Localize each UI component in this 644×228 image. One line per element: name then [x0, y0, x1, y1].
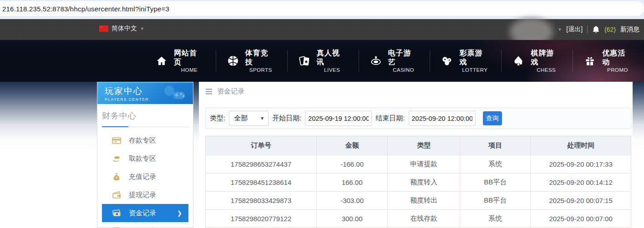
gamepad-icon [162, 84, 188, 103]
sidebar-menu: 存款专区 取款专区 ¥ 充值记录 提现记录 资金记录 ❯ [97, 131, 193, 228]
nav-item-promo[interactable]: 优惠活动PROMO [573, 50, 644, 72]
cell-project: BB平台 [460, 192, 531, 210]
playing-cards-icon: ♣ [299, 55, 310, 67]
logout-link[interactable]: [退出] [566, 25, 583, 34]
nav-label-en: LOTTERY [462, 67, 487, 73]
banknotes-icon [112, 208, 121, 218]
user-top-bar: 简体中文 ▼ ▼ [退出] (62) 新消息 [0, 19, 644, 40]
cell-type: 额度转入 [388, 173, 460, 192]
nav-label-en: CHESS [537, 67, 556, 73]
url-field[interactable]: ⓘ 216.118.235.52:8783/hhcp/usercenter.ht… [0, 1, 644, 16]
end-date-input[interactable] [409, 111, 476, 126]
sidebar-item-label: 存款专区 [129, 136, 156, 145]
start-date-label: 开始日期: [272, 114, 301, 123]
table-row: 1758298020779122 300.00 在线存款 系统 2025-09-… [206, 210, 631, 228]
start-date-input[interactable] [305, 111, 372, 126]
cell-amount: 300.00 [317, 210, 388, 228]
new-messages-link[interactable]: 新消息 [620, 25, 639, 34]
col-project: 项目 [460, 136, 531, 155]
nav-label-zh: 棋牌游戏 [531, 49, 562, 67]
nav-label-zh: 优惠活动 [602, 49, 633, 67]
search-button[interactable]: 查询 [483, 111, 502, 125]
nav-item-casino[interactable]: 电子游艺CASINO [359, 50, 431, 72]
cell-order-id: 1758298451238614 [206, 173, 317, 192]
lottery-balls-icon [441, 55, 453, 67]
filter-toolbar: 类型: 全部 ▼ 开始日期: 结束日期: 查询 [205, 108, 631, 129]
nav-label-zh: 真人视讯 [317, 49, 348, 67]
section-title: 财务中心 [102, 110, 193, 121]
cell-amount: 166.00 [317, 173, 388, 192]
cell-amount: -166.00 [317, 155, 388, 173]
col-type: 类型 [388, 136, 460, 155]
screen: ⓘ 216.118.235.52:8783/hhcp/usercenter.ht… [0, 0, 644, 228]
main-nav: 网站首页HOME 体育竞技SPORTS ♣ 真人视讯LIVES 电子游艺CASI… [0, 40, 644, 82]
nav-item-home[interactable]: 网站首页HOME [145, 50, 216, 72]
spade-icon [512, 55, 524, 67]
browser-url-bar: ⓘ 216.118.235.52:8783/hhcp/usercenter.ht… [0, 0, 644, 19]
basketball-icon [227, 55, 239, 67]
url-text[interactable]: 216.118.235.52:8783/hhcp/usercenter.html… [2, 5, 169, 13]
cell-project: 系统 [460, 155, 531, 173]
main-panel: 资金记录 类型: 全部 ▼ 开始日期: 结束日期: 查询 订单号 [199, 82, 633, 228]
message-count[interactable]: (62) [604, 26, 616, 33]
cell-amount: -303.00 [317, 192, 388, 210]
sidebar-item-withdraw-record[interactable]: 提现记录 [97, 186, 193, 204]
divider [587, 25, 588, 34]
china-flag-icon [99, 25, 108, 32]
cell-order-id: 1758298653274437 [206, 155, 317, 173]
end-date-label: 结束日期: [375, 114, 405, 123]
hand-money-icon [112, 154, 121, 163]
sidebar-item-label: 资金记录 [129, 209, 156, 218]
table-header-row: 订单号 金额 类型 项目 处理时间 [206, 136, 631, 155]
moneybag-icon: ¥ [112, 172, 121, 181]
chevron-down-icon: ▼ [260, 116, 264, 121]
sidebar-item-label: 提现记录 [129, 191, 156, 199]
bell-icon[interactable] [592, 25, 600, 34]
table-row: 1758298653274437 -166.00 申请提款 系统 2025-09… [206, 155, 631, 173]
col-amount: 金额 [317, 136, 388, 155]
players-center-sidebar: 玩家中心 PLAYERS CENTER 财务中心 存款专区 取款专区 ¥ [97, 82, 193, 228]
sidebar-header[interactable]: 玩家中心 PLAYERS CENTER [97, 82, 193, 104]
type-label: 类型: [210, 114, 225, 123]
gift-icon [584, 55, 596, 67]
nav-label-zh: 网站首页 [174, 49, 205, 67]
svg-text:¥: ¥ [116, 176, 117, 179]
sidebar-item-withdraw[interactable]: 取款专区 [97, 149, 193, 168]
funds-table: 订单号 金额 类型 项目 处理时间 1758298653274437 -166.… [205, 136, 631, 228]
chevron-down-icon: ▼ [140, 26, 144, 31]
nav-item-lottery[interactable]: 彩票游戏LOTTERY [430, 50, 502, 72]
language-selector[interactable]: 简体中文 ▼ [99, 25, 144, 33]
sidebar-item-label: 取款专区 [129, 154, 156, 163]
cell-time: 2025-09-20 00:07:00 [531, 210, 631, 228]
chevron-down-icon[interactable]: ▼ [558, 27, 562, 32]
roulette-icon [370, 55, 382, 67]
nav-label-zh: 彩票游戏 [459, 49, 490, 67]
type-select-value: 全部 [234, 114, 248, 123]
page-background: 玩家中心 PLAYERS CENTER 财务中心 存款专区 取款专区 ¥ [0, 82, 644, 228]
nav-label-en: SPORTS [249, 67, 272, 73]
sidebar-item-funds-record[interactable]: 资金记录 ❯ [102, 204, 188, 222]
nav-item-sports[interactable]: 体育竞技SPORTS [216, 50, 288, 72]
cell-type: 申请提款 [388, 155, 460, 173]
sidebar-item-label: 充值记录 [129, 173, 156, 181]
wallet-icon [112, 190, 121, 199]
cell-type: 额度转出 [388, 192, 460, 210]
sidebar-item-deposit[interactable]: 存款专区 [97, 131, 193, 149]
section-underline [102, 127, 189, 127]
sidebar-item-recharge-record[interactable]: ¥ 充值记录 [97, 168, 193, 186]
user-actions: ▼ [退出] (62) 新消息 [510, 19, 639, 40]
nav-label-zh: 电子游艺 [388, 49, 419, 67]
col-order-id: 订单号 [206, 136, 317, 155]
sidebar-item-lottery-bets[interactable]: 彩票下注明细 [97, 222, 193, 228]
nav-label-en: LIVES [324, 67, 340, 73]
menu-icon[interactable] [205, 89, 213, 94]
nav-item-chess[interactable]: 棋牌游戏CHESS [502, 50, 573, 72]
cell-time: 2025-09-20 00:14:12 [531, 173, 631, 192]
chevron-right-icon: ❯ [177, 210, 182, 217]
type-select[interactable]: 全部 ▼ [229, 111, 269, 126]
sidebar-section: 财务中心 [97, 104, 193, 127]
cell-order-id: 1758298020779122 [206, 210, 317, 228]
nav-item-lives[interactable]: ♣ 真人视讯LIVES [288, 50, 359, 72]
cell-time: 2025-09-20 00:07:15 [531, 192, 631, 210]
table-row: 1758298451238614 166.00 额度转入 BB平台 2025-0… [206, 173, 631, 192]
